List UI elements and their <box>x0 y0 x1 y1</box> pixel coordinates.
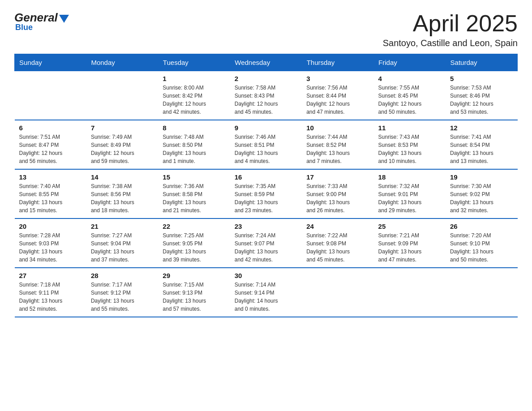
day-info: Sunrise: 7:20 AM Sunset: 9:10 PM Dayligh… <box>450 231 513 264</box>
calendar-cell: 22Sunrise: 7:25 AM Sunset: 9:05 PM Dayli… <box>158 218 230 268</box>
calendar-cell: 9Sunrise: 7:46 AM Sunset: 8:51 PM Daylig… <box>230 120 302 169</box>
calendar-cell <box>86 71 158 120</box>
day-number: 15 <box>163 173 225 181</box>
calendar-cell: 6Sunrise: 7:51 AM Sunset: 8:47 PM Daylig… <box>15 120 86 169</box>
day-number: 16 <box>235 173 297 181</box>
day-number: 21 <box>91 223 154 230</box>
month-title: April 2025 <box>383 11 518 36</box>
calendar-cell: 11Sunrise: 7:43 AM Sunset: 8:53 PM Dayli… <box>374 120 446 169</box>
day-number: 28 <box>91 272 154 279</box>
calendar-cell <box>15 71 86 120</box>
header-wednesday: Wednesday <box>230 54 302 71</box>
day-info: Sunrise: 7:38 AM Sunset: 8:56 PM Dayligh… <box>91 182 154 214</box>
location-subtitle: Santoyo, Castille and Leon, Spain <box>383 38 518 48</box>
day-info: Sunrise: 7:41 AM Sunset: 8:54 PM Dayligh… <box>450 133 513 165</box>
calendar-cell: 21Sunrise: 7:27 AM Sunset: 9:04 PM Dayli… <box>86 218 158 268</box>
day-number: 26 <box>450 223 513 230</box>
day-info: Sunrise: 7:43 AM Sunset: 8:53 PM Dayligh… <box>378 133 441 165</box>
day-number: 27 <box>19 272 82 279</box>
day-number: 4 <box>378 75 441 82</box>
calendar-cell: 5Sunrise: 7:53 AM Sunset: 8:46 PM Daylig… <box>446 71 517 120</box>
calendar-cell: 28Sunrise: 7:17 AM Sunset: 9:12 PM Dayli… <box>86 268 158 317</box>
day-number: 3 <box>306 75 369 82</box>
day-number: 19 <box>450 173 513 181</box>
logo: General Blue <box>14 11 69 32</box>
day-info: Sunrise: 7:33 AM Sunset: 9:00 PM Dayligh… <box>306 182 369 214</box>
calendar-cell: 8Sunrise: 7:48 AM Sunset: 8:50 PM Daylig… <box>158 120 230 169</box>
calendar-cell: 26Sunrise: 7:20 AM Sunset: 9:10 PM Dayli… <box>446 218 517 268</box>
calendar-cell: 30Sunrise: 7:14 AM Sunset: 9:14 PM Dayli… <box>230 268 302 317</box>
logo-triangle-icon <box>59 15 69 23</box>
day-info: Sunrise: 7:58 AM Sunset: 8:43 PM Dayligh… <box>235 84 297 116</box>
calendar-cell <box>374 268 446 317</box>
day-number: 9 <box>235 124 297 132</box>
day-number: 18 <box>378 173 441 181</box>
logo-blue: Blue <box>15 23 33 32</box>
day-info: Sunrise: 7:49 AM Sunset: 8:49 PM Dayligh… <box>91 133 154 165</box>
day-number: 10 <box>306 124 369 132</box>
day-number: 13 <box>19 173 82 181</box>
day-info: Sunrise: 7:30 AM Sunset: 9:02 PM Dayligh… <box>450 182 513 214</box>
day-info: Sunrise: 7:27 AM Sunset: 9:04 PM Dayligh… <box>91 231 154 264</box>
day-info: Sunrise: 7:51 AM Sunset: 8:47 PM Dayligh… <box>19 133 82 165</box>
calendar-week-row: 13Sunrise: 7:40 AM Sunset: 8:55 PM Dayli… <box>15 169 518 218</box>
day-info: Sunrise: 7:14 AM Sunset: 9:14 PM Dayligh… <box>235 281 297 313</box>
header-tuesday: Tuesday <box>158 54 230 71</box>
day-number: 2 <box>235 75 297 82</box>
header-friday: Friday <box>374 54 446 71</box>
day-number: 22 <box>163 223 225 230</box>
svg-marker-0 <box>59 15 69 23</box>
calendar-cell: 24Sunrise: 7:22 AM Sunset: 9:08 PM Dayli… <box>302 218 373 268</box>
calendar-cell <box>446 268 517 317</box>
day-number: 30 <box>235 272 297 279</box>
day-info: Sunrise: 7:32 AM Sunset: 9:01 PM Dayligh… <box>378 182 441 214</box>
day-number: 12 <box>450 124 513 132</box>
calendar-cell: 17Sunrise: 7:33 AM Sunset: 9:00 PM Dayli… <box>302 169 373 218</box>
day-info: Sunrise: 7:55 AM Sunset: 8:45 PM Dayligh… <box>378 84 441 116</box>
calendar-week-row: 1Sunrise: 8:00 AM Sunset: 8:42 PM Daylig… <box>15 71 518 120</box>
day-number: 24 <box>306 223 369 230</box>
header-monday: Monday <box>86 54 158 71</box>
calendar-week-row: 20Sunrise: 7:28 AM Sunset: 9:03 PM Dayli… <box>15 218 518 268</box>
day-number: 25 <box>378 223 441 230</box>
day-info: Sunrise: 7:28 AM Sunset: 9:03 PM Dayligh… <box>19 231 82 264</box>
calendar-week-row: 27Sunrise: 7:18 AM Sunset: 9:11 PM Dayli… <box>15 268 518 317</box>
day-number: 5 <box>450 75 513 82</box>
calendar-cell: 15Sunrise: 7:36 AM Sunset: 8:58 PM Dayli… <box>158 169 230 218</box>
day-info: Sunrise: 7:22 AM Sunset: 9:08 PM Dayligh… <box>306 231 369 264</box>
day-info: Sunrise: 7:17 AM Sunset: 9:12 PM Dayligh… <box>91 281 154 313</box>
day-number: 11 <box>378 124 441 132</box>
day-info: Sunrise: 7:24 AM Sunset: 9:07 PM Dayligh… <box>235 231 297 264</box>
day-info: Sunrise: 7:35 AM Sunset: 8:59 PM Dayligh… <box>235 182 297 214</box>
title-section: April 2025 Santoyo, Castille and Leon, S… <box>383 11 518 48</box>
calendar-table: Sunday Monday Tuesday Wednesday Thursday… <box>14 54 518 317</box>
day-info: Sunrise: 7:44 AM Sunset: 8:52 PM Dayligh… <box>306 133 369 165</box>
day-info: Sunrise: 7:53 AM Sunset: 8:46 PM Dayligh… <box>450 84 513 116</box>
calendar-cell: 2Sunrise: 7:58 AM Sunset: 8:43 PM Daylig… <box>230 71 302 120</box>
day-number: 20 <box>19 223 82 230</box>
day-number: 7 <box>91 124 154 132</box>
day-number: 23 <box>235 223 297 230</box>
calendar-cell: 16Sunrise: 7:35 AM Sunset: 8:59 PM Dayli… <box>230 169 302 218</box>
day-info: Sunrise: 7:40 AM Sunset: 8:55 PM Dayligh… <box>19 182 82 214</box>
day-number: 6 <box>19 124 82 132</box>
calendar-cell: 12Sunrise: 7:41 AM Sunset: 8:54 PM Dayli… <box>446 120 517 169</box>
calendar-header-row: Sunday Monday Tuesday Wednesday Thursday… <box>15 54 518 71</box>
calendar-cell: 23Sunrise: 7:24 AM Sunset: 9:07 PM Dayli… <box>230 218 302 268</box>
calendar-cell: 4Sunrise: 7:55 AM Sunset: 8:45 PM Daylig… <box>374 71 446 120</box>
calendar-cell: 29Sunrise: 7:15 AM Sunset: 9:13 PM Dayli… <box>158 268 230 317</box>
calendar-cell: 7Sunrise: 7:49 AM Sunset: 8:49 PM Daylig… <box>86 120 158 169</box>
calendar-cell <box>302 268 373 317</box>
day-number: 17 <box>306 173 369 181</box>
calendar-cell: 3Sunrise: 7:56 AM Sunset: 8:44 PM Daylig… <box>302 71 373 120</box>
header-sunday: Sunday <box>15 54 86 71</box>
calendar-cell: 27Sunrise: 7:18 AM Sunset: 9:11 PM Dayli… <box>15 268 86 317</box>
day-info: Sunrise: 7:18 AM Sunset: 9:11 PM Dayligh… <box>19 281 82 313</box>
calendar-cell: 10Sunrise: 7:44 AM Sunset: 8:52 PM Dayli… <box>302 120 373 169</box>
header-thursday: Thursday <box>302 54 373 71</box>
day-info: Sunrise: 7:46 AM Sunset: 8:51 PM Dayligh… <box>235 133 297 165</box>
calendar-cell: 13Sunrise: 7:40 AM Sunset: 8:55 PM Dayli… <box>15 169 86 218</box>
day-number: 1 <box>163 75 225 82</box>
day-info: Sunrise: 7:15 AM Sunset: 9:13 PM Dayligh… <box>163 281 225 313</box>
page-header: General Blue April 2025 Santoyo, Castill… <box>14 11 518 48</box>
